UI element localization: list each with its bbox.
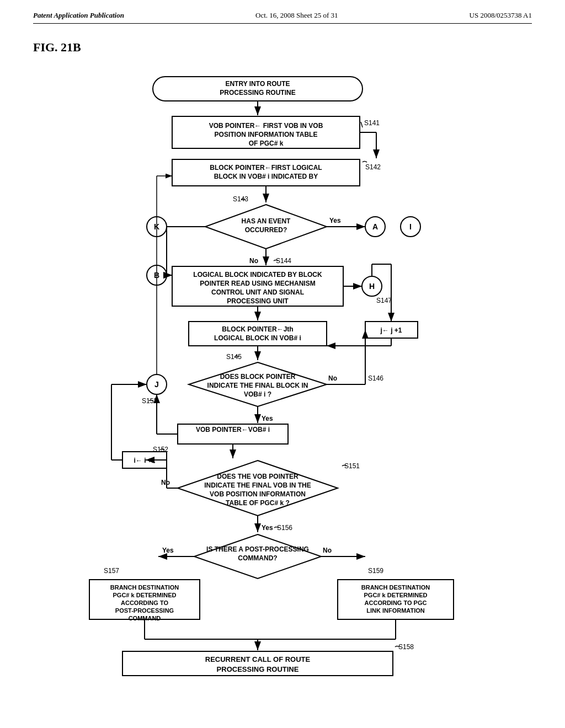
svg-text:S145: S145 [226,353,242,361]
svg-text:LOGICAL BLOCK IN VOB# i: LOGICAL BLOCK IN VOB# i [214,334,301,342]
s142-label: S142 [365,163,381,171]
svg-text:TABLE OF PGC# k ?: TABLE OF PGC# k ? [226,499,290,507]
header-patent-num: US 2008/0253738 A1 [470,11,532,20]
s141-label: S141 [364,119,380,127]
svg-text:HAS AN EVENT: HAS AN EVENT [242,217,291,225]
svg-text:S157: S157 [104,567,119,575]
figure-label: FIG. 21B [33,40,532,55]
svg-text:Yes: Yes [329,217,341,224]
flowchart: ENTRY INTO ROUTE PROCESSING ROUTINE VOB … [56,66,509,728]
header-publication: Patent Application Publication [33,11,124,20]
svg-text:PROCESSING UNIT: PROCESSING UNIT [227,297,289,305]
flowchart-svg: ENTRY INTO ROUTE PROCESSING ROUTINE VOB … [56,66,509,727]
svg-text:BRANCH DESTINATION: BRANCH DESTINATION [110,584,179,591]
entry-label-line1: ENTRY INTO ROUTE [225,80,290,88]
page-header: Patent Application Publication Oct. 16, … [33,11,532,24]
svg-text:H: H [369,282,375,291]
svg-text:BLOCK IN VOB# i INDICATED BY: BLOCK IN VOB# i INDICATED BY [214,173,318,180]
svg-text:VOB# i ?: VOB# i ? [244,390,271,398]
svg-text:LOGICAL BLOCK INDICATED BY BLO: LOGICAL BLOCK INDICATED BY BLOCK [193,271,322,279]
svg-text:J: J [154,380,159,389]
svg-text:POINTER READ USING MECHANISM: POINTER READ USING MECHANISM [200,280,315,287]
svg-text:ACCORDING TO PGC: ACCORDING TO PGC [365,599,427,606]
svg-text:S151: S151 [344,462,360,470]
svg-text:IS THERE A POST-PROCESSING: IS THERE A POST-PROCESSING [206,545,309,553]
svg-text:BLOCK POINTER←Jth: BLOCK POINTER←Jth [222,325,293,333]
svg-text:RECURRENT CALL OF ROUTE: RECURRENT CALL OF ROUTE [205,655,311,663]
svg-line-9 [361,122,363,127]
svg-text:VOB POINTER← FIRST VOB IN VOB: VOB POINTER← FIRST VOB IN VOB [209,122,323,130]
svg-text:INDICATE THE FINAL VOB IN THE: INDICATE THE FINAL VOB IN THE [204,481,311,489]
svg-text:j← j +1: j← j +1 [380,326,402,334]
svg-text:S143: S143 [233,195,248,203]
svg-text:S156: S156 [277,524,292,532]
svg-text:VOB POINTER←VOB# i: VOB POINTER←VOB# i [196,426,270,433]
svg-text:DOES BLOCK POINTER: DOES BLOCK POINTER [220,373,296,381]
svg-text:No: No [249,257,258,265]
svg-text:A: A [372,222,378,231]
svg-text:S159: S159 [368,567,383,575]
header-date-sheet: Oct. 16, 2008 Sheet 25 of 31 [255,11,338,20]
svg-text:OCCURRED?: OCCURRED? [245,226,287,234]
svg-text:Yes: Yes [262,524,273,532]
svg-text:S153: S153 [142,397,157,405]
entry-label-line2: PROCESSING ROUTINE [220,89,295,97]
svg-text:POSITION INFORMATION TABLE: POSITION INFORMATION TABLE [215,131,318,138]
svg-text:POST-PROCESSING: POST-PROCESSING [115,607,174,614]
svg-text:No: No [161,479,170,486]
svg-text:PGC# k DETERMINED: PGC# k DETERMINED [364,592,428,598]
svg-text:DOES THE VOB POINTER: DOES THE VOB POINTER [217,473,299,480]
svg-text:COMMAND?: COMMAND? [238,554,277,562]
svg-text:I: I [409,222,412,231]
svg-text:Yes: Yes [262,415,273,422]
svg-text:ACCORDING TO: ACCORDING TO [121,599,168,606]
svg-text:S144: S144 [276,257,291,265]
svg-text:Yes: Yes [162,547,174,554]
svg-text:VOB POSITION INFORMATION: VOB POSITION INFORMATION [210,490,306,498]
svg-text:INDICATE THE FINAL BLOCK IN: INDICATE THE FINAL BLOCK IN [207,382,308,389]
svg-text:No: No [323,547,332,554]
svg-text:OF PGC# k: OF PGC# k [249,140,284,147]
svg-text:CONTROL UNIT AND SIGNAL: CONTROL UNIT AND SIGNAL [211,288,304,296]
svg-text:S158: S158 [398,643,414,651]
svg-text:LINK INFORMATION: LINK INFORMATION [366,607,425,614]
svg-text:BRANCH DESTINATION: BRANCH DESTINATION [361,584,430,591]
svg-text:PGC# k DETERMINED: PGC# k DETERMINED [113,592,177,598]
svg-text:PROCESSING ROUTINE: PROCESSING ROUTINE [217,665,299,673]
svg-text:S146: S146 [368,374,383,382]
svg-text:No: No [328,374,337,382]
svg-text:BLOCK POINTER←FIRST LOGICAL: BLOCK POINTER←FIRST LOGICAL [210,164,322,172]
page: Patent Application Publication Oct. 16, … [0,0,565,728]
svg-text:S147: S147 [376,297,392,304]
